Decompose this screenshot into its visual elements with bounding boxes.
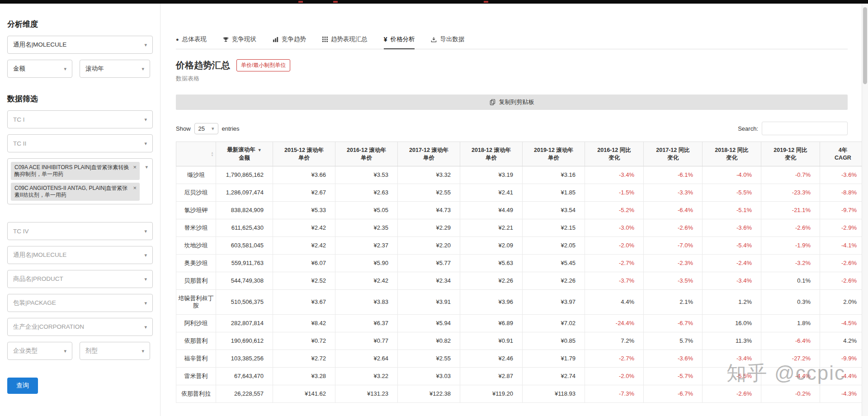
tc3-multiselect[interactable]: C09A ACE INHIBITORS PLAIN|血管紧张素转换酶抑制剂，单一… (7, 158, 153, 204)
change-cell: -3.7% (585, 272, 644, 290)
copy-icon (490, 99, 495, 105)
table-row: 厄贝沙坦1,286,097,474¥2.67¥2.63¥2.55¥2.41¥1.… (176, 184, 862, 202)
metric-select[interactable]: 金额 ▾ (7, 60, 72, 78)
sort-toggle-icon: ▲▼ (211, 151, 214, 157)
change-cell: -6.7% (644, 385, 703, 403)
molecule-filter-select[interactable]: 通用名|MOLECULE ▾ (7, 246, 153, 264)
topbar-mark (484, 1, 488, 3)
query-button[interactable]: 查询 (7, 378, 38, 394)
column-header[interactable]: 2016-12 同比变化 (585, 142, 644, 166)
column-header[interactable]: 2015-12 滚动年单价 (273, 142, 335, 166)
remove-tag-icon[interactable]: × (133, 184, 137, 191)
remove-tag-icon[interactable]: × (133, 164, 137, 170)
circle-icon: ● (176, 37, 179, 42)
price-cell: ¥2.26 (460, 272, 523, 290)
change-cell: -3.4% (703, 272, 761, 290)
chevron-down-icon: ▾ (144, 117, 147, 123)
tab-export-data[interactable]: 导出数据 (431, 35, 464, 49)
change-cell: -3.3% (644, 184, 703, 202)
price-cell: ¥5.33 (273, 202, 335, 219)
change-cell: -3.2% (761, 255, 820, 272)
column-header[interactable]: 2019-12 同比变化 (761, 142, 820, 166)
company-type-select[interactable]: 企业类型 ▾ (7, 342, 72, 360)
price-cell: ¥2.37 (335, 237, 398, 255)
tab-competition-trend[interactable]: 竞争趋势 (273, 35, 306, 49)
vertical-scrollbar[interactable] (862, 4, 868, 416)
cagr-cell: 2.0% (820, 290, 862, 315)
period-select[interactable]: 滚动年 ▾ (80, 60, 150, 78)
column-header[interactable]: 2018-12 同比变化 (703, 142, 761, 166)
cagr-cell: -4.1% (820, 237, 862, 255)
amount-cell: 190,690,612 (216, 332, 273, 350)
yen-icon: ¥ (384, 36, 387, 43)
product-filter-select[interactable]: 商品名|PRODUCT ▾ (7, 270, 153, 288)
column-header[interactable]: 2016-12 滚动年单价 (335, 142, 398, 166)
show-label: Show (176, 125, 191, 132)
scrollbar-thumb[interactable] (863, 7, 867, 84)
search-input[interactable] (762, 122, 848, 135)
price-cell: ¥2.20 (398, 237, 460, 255)
row-label-column-header[interactable]: ▲▼ (176, 142, 216, 166)
tc1-select[interactable]: TC I ▾ (7, 110, 153, 128)
amount-cell: 544,749,308 (216, 272, 273, 290)
change-cell: -23.3% (761, 184, 820, 202)
download-icon (431, 37, 437, 43)
column-header[interactable]: 2017-12 同比变化 (644, 142, 703, 166)
tab-overall-performance[interactable]: ● 总体表现 (176, 35, 207, 49)
price-cell: ¥0.72 (273, 332, 335, 350)
page-size-select[interactable]: 25 ▾ (194, 123, 218, 134)
price-table: ▲▼最新滚动年▼金额2015-12 滚动年单价2016-12 滚动年单价2017… (176, 142, 862, 403)
corporation-filter-select[interactable]: 生产企业|CORPORATION ▾ (7, 318, 153, 336)
molecule-name-cell: 培哚普利叔丁胺 (176, 290, 216, 315)
price-cell: ¥4.73 (398, 202, 460, 219)
table-row: 福辛普利103,385,256¥2.72¥2.64¥2.55¥2.46¥1.79… (176, 350, 862, 368)
price-cell: ¥3.66 (273, 166, 335, 184)
change-cell: -2.6% (644, 219, 703, 237)
chevron-down-icon: ▾ (144, 228, 147, 234)
change-cell: -24.4% (585, 315, 644, 332)
price-cell: ¥2.41 (460, 184, 523, 202)
tab-competition-status[interactable]: 竞争现状 (223, 35, 256, 49)
price-cell: ¥2.74 (523, 368, 585, 385)
dimension-molecule-select[interactable]: 通用名|MOLECULE ▾ (7, 36, 153, 54)
amount-cell: 282,807,814 (216, 315, 273, 332)
chevron-down-icon: ▾ (144, 42, 147, 48)
price-cell: ¥118.93 (523, 385, 585, 403)
change-cell: 0.3% (761, 290, 820, 315)
column-header[interactable]: 2018-12 滚动年单价 (460, 142, 523, 166)
amount-cell: 611,625,430 (216, 219, 273, 237)
column-header[interactable]: 2019-12 滚动年单价 (523, 142, 585, 166)
change-cell: -4.0% (703, 166, 761, 184)
cagr-cell: -2.6% (820, 255, 862, 272)
price-cell: ¥2.67 (273, 184, 335, 202)
price-cell: ¥1.85 (523, 184, 585, 202)
amount-cell: 67,643,470 (216, 368, 273, 385)
main-content: ● 总体表现 竞争现状 竞争趋势 趋势表现汇总 (160, 4, 862, 416)
change-cell: -2.0% (585, 237, 644, 255)
price-cell: ¥5.05 (335, 202, 398, 219)
cagr-cell: -4.5% (820, 315, 862, 332)
price-cell: ¥2.15 (523, 219, 585, 237)
price-cell: ¥3.54 (523, 202, 585, 219)
price-cell: ¥2.35 (335, 219, 398, 237)
change-cell: -2.7% (585, 255, 644, 272)
data-filter-title: 数据筛选 (7, 94, 153, 104)
change-cell: -0.2% (761, 385, 820, 403)
tc2-select[interactable]: TC II ▾ (7, 134, 153, 152)
copy-to-clipboard-button[interactable]: 复制到剪贴板 (176, 95, 848, 110)
tc4-select[interactable]: TC IV ▾ (7, 222, 153, 240)
change-cell: -2.0% (585, 368, 644, 385)
column-header[interactable]: 最新滚动年▼金额 (216, 142, 273, 166)
change-cell: 7.2% (585, 332, 644, 350)
grid-icon (322, 37, 328, 42)
column-header[interactable]: 4年CAGR (820, 142, 862, 166)
chevron-down-icon: ▾ (145, 164, 148, 170)
column-header[interactable]: 2017-12 滚动年单价 (398, 142, 460, 166)
table-row: 雷米普利67,643,470¥3.28¥3.22¥3.03¥2.87¥2.74-… (176, 368, 862, 385)
tab-trend-summary[interactable]: 趋势表现汇总 (322, 35, 368, 49)
price-cell: ¥2.42 (273, 237, 335, 255)
table-row: 缬沙坦1,790,865,162¥3.66¥3.53¥3.32¥3.19¥3.1… (176, 166, 862, 184)
dosage-form-select[interactable]: 剂型 ▾ (80, 342, 150, 360)
package-filter-select[interactable]: 包装|PACKAGE ▾ (7, 294, 153, 312)
tab-price-analysis[interactable]: ¥ 价格分析 (384, 35, 415, 49)
